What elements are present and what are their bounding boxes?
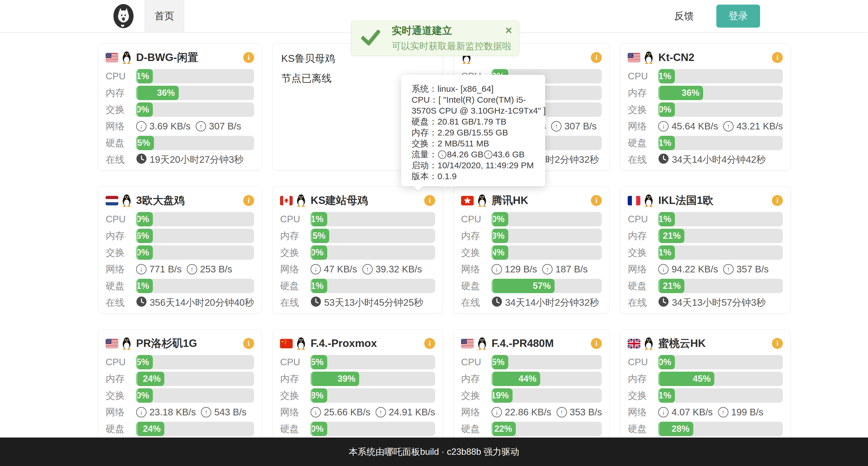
- progress-fill: 1%: [311, 212, 327, 226]
- footer-panel-link[interactable]: 哪吒面板: [384, 446, 420, 458]
- progress-fill: 36%: [658, 86, 703, 100]
- disk-row: 硬盘57%: [461, 279, 602, 293]
- tooltip-label: CPU：: [411, 94, 438, 105]
- uptime-text: 53天13小时45分钟25秒: [324, 296, 423, 309]
- upload-speed: 24.91 KB/s: [389, 407, 435, 418]
- login-button[interactable]: 登录: [716, 5, 760, 28]
- progress-track: 0%: [136, 388, 254, 403]
- info-icon[interactable]: i: [772, 52, 783, 63]
- stat-label: 硬盘: [105, 137, 136, 149]
- tooltip-label: 启动：: [411, 160, 437, 171]
- stat-label: 硬盘: [280, 279, 311, 293]
- upload-arrow-icon: ↑: [376, 407, 386, 418]
- uptime-value: 34天14小时4分钟42秒: [658, 153, 766, 166]
- info-icon[interactable]: i: [243, 52, 254, 63]
- linux-tux-icon: [643, 51, 654, 64]
- download-speed: 129 B/s: [505, 264, 537, 275]
- tooltip-label: 交换：: [411, 138, 437, 149]
- info-icon[interactable]: i: [424, 338, 435, 349]
- progress-fill: 45%: [658, 372, 714, 386]
- server-card: IKL法国1欧iCPU1%内存21%交换1%网络↓94.22 KB/s↑357 …: [620, 187, 790, 313]
- stat-label: 内存: [461, 230, 492, 242]
- download-arrow-icon: ↓: [492, 264, 502, 274]
- download-speed: 25.66 KB/s: [324, 407, 370, 418]
- download-arrow-icon: ↓: [311, 407, 321, 418]
- memory-row: 内存3%: [461, 229, 602, 243]
- stat-label: 在线: [461, 296, 492, 309]
- uptime-text: 34天14小时4分钟42秒: [672, 153, 766, 166]
- us-flag-icon: [461, 339, 474, 348]
- stat-label: 网络: [628, 406, 658, 419]
- download-speed: 23.18 KB/s: [149, 407, 196, 418]
- tooltip-line: 内存：2.29 GB/15.55 GB: [411, 127, 545, 138]
- info-icon[interactable]: i: [591, 195, 602, 206]
- tooltip-line: 流量：↓84.26 GB↑43.6 GB: [411, 149, 545, 160]
- stat-label: CPU: [105, 214, 136, 225]
- progress-fill: 57%: [492, 279, 555, 293]
- info-icon[interactable]: i: [591, 338, 602, 349]
- progress-fill: 6%: [136, 229, 153, 243]
- uptime-row: 在线34天13小时57分钟3秒: [628, 295, 783, 310]
- download-arrow-icon: ↓: [658, 407, 669, 418]
- network-row: 网络↓23.18 KB/s↑543 B/s: [105, 405, 254, 420]
- upload-arrow-icon: ↑: [196, 121, 206, 131]
- info-icon[interactable]: i: [243, 195, 254, 206]
- download-arrow-icon: ↓: [311, 264, 321, 274]
- memory-row: 内存36%: [628, 86, 783, 100]
- cpu-row: CPU0%: [461, 212, 602, 226]
- progress-track: 1%: [658, 388, 783, 403]
- upload-speed: 357 B/s: [737, 264, 769, 275]
- toast-close-icon[interactable]: ×: [505, 25, 512, 36]
- info-icon[interactable]: i: [243, 338, 254, 349]
- us-flag-icon: [628, 53, 640, 62]
- tooltip-value: 0.1.9: [437, 171, 457, 182]
- progress-fill: 24%: [136, 422, 164, 436]
- stat-label: CPU: [628, 357, 658, 368]
- network-row: 网络↓4.07 KB/s↑199 B/s: [628, 405, 783, 420]
- feedback-link[interactable]: 反馈: [674, 9, 694, 23]
- stat-label: 网络: [105, 406, 136, 419]
- stat-label: 在线: [105, 153, 136, 166]
- stat-label: 内存: [628, 230, 658, 242]
- stat-label: 交换: [461, 389, 492, 402]
- server-card-header: D-BWG-闲置i: [105, 49, 254, 66]
- info-icon[interactable]: i: [591, 52, 602, 63]
- progress-track: 28%: [658, 422, 783, 436]
- progress-fill: 0%: [311, 245, 327, 260]
- progress-fill: 10%: [311, 422, 327, 436]
- clock-icon: [658, 153, 669, 166]
- progress-track: 15%: [311, 229, 435, 243]
- info-icon[interactable]: i: [424, 195, 435, 206]
- tooltip-value: linux- [x86_64]: [437, 84, 494, 94]
- tooltip-value: 3570S CPU @ 3.10GHz-1C9Tx4" ]: [411, 105, 546, 116]
- disk-row: 硬盘15%: [105, 136, 254, 150]
- progress-fill: 1%: [658, 245, 675, 260]
- stat-label: 硬盘: [105, 279, 136, 293]
- stat-label: 内存: [105, 87, 136, 100]
- disk-row: 硬盘21%: [628, 279, 783, 293]
- progress-fill: 5%: [136, 355, 153, 369]
- progress-track: 21%: [658, 279, 783, 293]
- uptime-text: 34天13小时57分钟3秒: [672, 296, 766, 309]
- upload-arrow-icon: ↑: [201, 407, 211, 418]
- tab-home[interactable]: 首页: [145, 0, 184, 32]
- uptime-text: 356天14小时20分钟40秒: [150, 296, 254, 309]
- network-row: 网络↓129 B/s↑187 B/s: [461, 262, 602, 276]
- network-row: 网络↓22.86 KB/s↑353 B/s: [461, 405, 602, 420]
- clock-icon: [136, 296, 147, 309]
- info-icon[interactable]: i: [772, 195, 783, 206]
- info-icon[interactable]: i: [772, 338, 783, 349]
- server-name: F.4.-Proxmox: [311, 337, 377, 350]
- cpu-row: CPU0%: [105, 212, 254, 226]
- server-name: 蜜桃云HK: [658, 336, 705, 351]
- stat-label: CPU: [280, 214, 311, 225]
- download-arrow-icon: ↓: [136, 264, 147, 274]
- progress-fill: 0%: [492, 212, 508, 226]
- progress-track: 57%: [492, 279, 602, 293]
- uptime-row: 在线34天14小时2分钟32秒: [461, 295, 602, 310]
- stat-label: 内存: [461, 372, 492, 386]
- upload-speed: 39.32 KB/s: [376, 264, 422, 275]
- site-logo-cat-avatar-icon[interactable]: [113, 3, 134, 29]
- progress-track: 3%: [492, 229, 602, 243]
- network-speeds: ↓771 B/s↑253 B/s: [136, 264, 232, 275]
